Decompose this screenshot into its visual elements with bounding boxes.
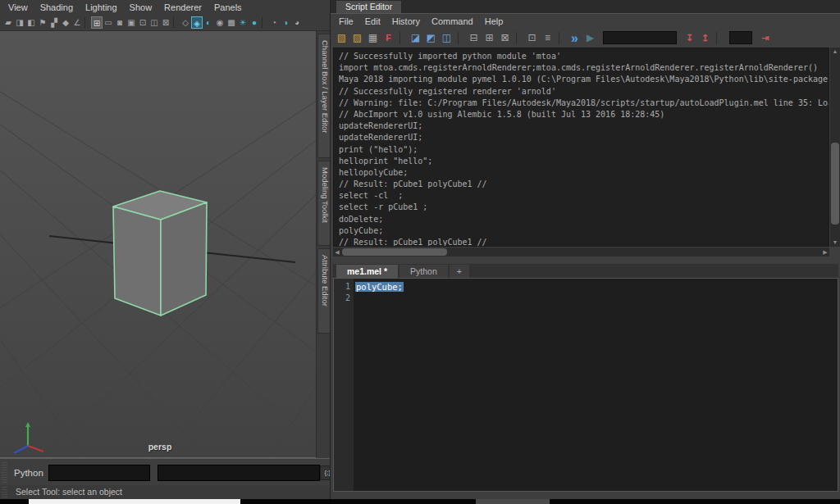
command-line-input[interactable] xyxy=(48,465,150,481)
image-plane-icon[interactable]: ▞ xyxy=(48,16,60,29)
output-vertical-scrollbar[interactable]: ▲ ▼ xyxy=(830,48,840,247)
clear-all-icon[interactable]: ◫ xyxy=(440,31,454,45)
poly-cube-object[interactable] xyxy=(113,191,207,316)
film-gate-icon[interactable]: ▭ xyxy=(103,16,114,29)
horizontal-scroll-thumb[interactable] xyxy=(342,248,447,256)
toolbar-separator[interactable] xyxy=(516,32,521,44)
viewport-3d[interactable]: persp xyxy=(0,31,316,458)
default-lighting-icon[interactable]: ◔ xyxy=(268,16,280,29)
output-line: polyCube; xyxy=(339,225,829,237)
grid-plane xyxy=(0,31,316,457)
se-menu-file[interactable]: File xyxy=(339,16,354,26)
scroll-left-icon[interactable]: ◀ xyxy=(333,247,341,257)
bottom-white-segment xyxy=(29,499,240,504)
camera-orbit-icon[interactable]: ◧ xyxy=(25,16,37,29)
clear-input-icon[interactable]: ◩ xyxy=(424,31,438,45)
output-line: Maya 2018 importing module pymel 1.0.10 … xyxy=(339,74,829,85)
mesh-display-icon[interactable]: ▩ xyxy=(226,16,237,29)
toolbar-separator[interactable] xyxy=(262,17,267,28)
clear-history-icon[interactable]: ◪ xyxy=(409,31,422,45)
output-line: // Successfully registered renderer 'arn… xyxy=(339,86,829,98)
se-menu-history[interactable]: History xyxy=(392,16,420,26)
scroll-down-icon[interactable]: ▼ xyxy=(830,238,840,247)
camera-attributes-icon[interactable]: ◨ xyxy=(14,16,25,29)
toolbar-separator[interactable] xyxy=(84,17,89,28)
script-editor-title-tab[interactable]: Script Editor xyxy=(336,1,401,13)
ambient-occlusion-icon[interactable]: ◕ xyxy=(291,16,303,29)
menu-view[interactable]: View xyxy=(8,2,28,12)
se-menu-help[interactable]: Help xyxy=(485,16,504,26)
toolbar-separator[interactable] xyxy=(458,32,463,44)
import-script-icon[interactable]: ▨ xyxy=(350,31,364,45)
grid-icon[interactable]: ⊞ xyxy=(91,16,103,29)
search-down-icon[interactable]: ↧ xyxy=(682,31,696,45)
script-input-pane[interactable]: 12 polyCube; xyxy=(333,278,838,492)
vertical-scroll-thumb[interactable] xyxy=(831,143,839,225)
gate-mask-icon[interactable]: ▣ xyxy=(126,16,137,29)
output-line: updateRendererUI; xyxy=(339,120,829,132)
light-mode-icon[interactable]: ☀ xyxy=(237,16,249,29)
tab-modeling-toolkit[interactable]: Modeling Toolkit xyxy=(317,161,331,246)
tab-me1-mel[interactable]: me1.mel * xyxy=(336,265,398,278)
toolbar-separator[interactable] xyxy=(559,32,564,44)
command-line-grip[interactable] xyxy=(2,462,7,484)
tab-python[interactable]: Python xyxy=(399,265,448,278)
toolbar-separator[interactable] xyxy=(173,17,178,28)
source-script-icon[interactable]: F xyxy=(381,31,395,45)
tab-channel-box-layer-editor[interactable]: Channel Box / Layer Editor xyxy=(317,34,331,158)
right-sidebar-tabs: Channel Box / Layer EditorModeling Toolk… xyxy=(316,31,331,457)
save-script-icon[interactable]: ▦ xyxy=(366,31,380,45)
safe-action-icon[interactable]: ◫ xyxy=(148,16,160,29)
code-area[interactable]: polyCube; xyxy=(354,279,404,491)
help-line-grip[interactable] xyxy=(2,487,7,497)
search-input[interactable] xyxy=(603,31,677,44)
menu-shading[interactable]: Shading xyxy=(40,2,73,12)
safe-title-icon[interactable]: ⊠ xyxy=(160,16,171,29)
input-pane-icon[interactable]: ⊞ xyxy=(482,31,496,45)
tab-new[interactable]: + xyxy=(450,265,469,278)
smooth-shade-icon[interactable]: ◈ xyxy=(191,16,203,29)
se-menu-command[interactable]: Command xyxy=(431,16,473,26)
command-line-mode-label[interactable]: Python xyxy=(14,468,43,478)
2d-pan-zoom-icon[interactable]: ◆ xyxy=(60,16,71,29)
open-script-icon[interactable]: ▧ xyxy=(335,31,349,45)
textured-mode-icon[interactable]: ◉ xyxy=(214,16,226,29)
execute-icon[interactable]: ▶ xyxy=(583,31,597,45)
script-editor-titlebar[interactable]: Script Editor xyxy=(331,0,840,14)
se-menu-edit[interactable]: Edit xyxy=(365,16,381,26)
menu-renderer[interactable]: Renderer xyxy=(164,2,202,12)
goto-line-input[interactable] xyxy=(729,31,752,44)
all-lights-icon[interactable]: ◑ xyxy=(280,16,291,29)
output-line: // Successfully imported python module '… xyxy=(339,51,829,62)
bookmark-icon[interactable]: ⚑ xyxy=(37,16,48,29)
wireframe-mode-icon[interactable]: ◇ xyxy=(180,16,191,29)
scroll-right-icon[interactable]: ▶ xyxy=(821,247,829,257)
resolution-gate-icon[interactable]: ◙ xyxy=(114,16,126,29)
grease-pencil-icon[interactable]: ∠ xyxy=(71,16,83,29)
history-output-pane[interactable]: // Successfully imported python module '… xyxy=(333,48,829,247)
shade-all-icon[interactable]: ◐ xyxy=(203,16,214,29)
menu-lighting[interactable]: Lighting xyxy=(85,2,117,12)
toolbar-separator[interactable] xyxy=(399,32,404,44)
output-horizontal-scrollbar[interactable]: ◀ ▶ xyxy=(333,247,829,257)
execute-all-icon[interactable]: » xyxy=(568,31,582,45)
axis-gizmo xyxy=(8,415,49,456)
goto-line-icon[interactable]: ⇥ xyxy=(758,31,772,45)
line-numbers-icon[interactable]: ≡ xyxy=(541,31,555,45)
menu-panels[interactable]: Panels xyxy=(214,2,242,12)
menu-show[interactable]: Show xyxy=(130,2,153,12)
echo-commands-icon[interactable]: ⊡ xyxy=(525,31,539,45)
search-up-icon[interactable]: ↥ xyxy=(698,31,712,45)
viewport-toolbar: ▰◨◧⚑▞◆∠⊞▭◙▣⊡◫⊠◇◈◐◉▩☀●◔◑◕ xyxy=(0,14,330,31)
output-line: // Result: pCube1 polyCube1 // xyxy=(339,237,829,247)
output-line: // AbcImport v1.0 using Alembic 1.5.8 (b… xyxy=(339,109,829,120)
line-number: 1 xyxy=(334,281,350,293)
tab-attribute-editor[interactable]: Attribute Editor xyxy=(317,248,331,334)
toolbar-separator[interactable] xyxy=(716,32,721,44)
camera-icon[interactable]: ▰ xyxy=(2,16,14,29)
history-pane-icon[interactable]: ⊟ xyxy=(467,31,481,45)
split-pane-icon[interactable]: ⊠ xyxy=(498,31,512,45)
shadows-icon[interactable]: ● xyxy=(249,16,260,29)
scroll-up-icon[interactable]: ▲ xyxy=(830,48,840,56)
field-chart-icon[interactable]: ⊡ xyxy=(137,16,148,29)
